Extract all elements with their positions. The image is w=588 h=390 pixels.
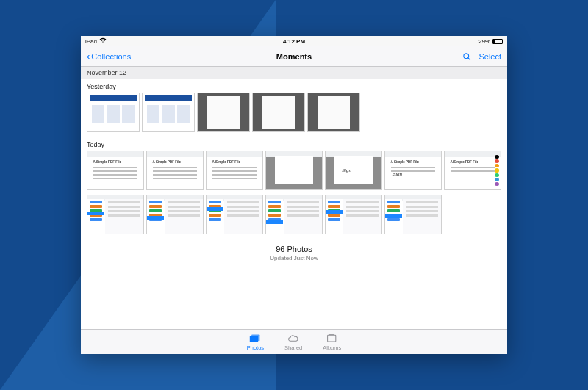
date-header: November 12 xyxy=(81,67,507,79)
tab-photos[interactable]: Photos xyxy=(247,333,264,351)
battery-icon xyxy=(492,39,503,44)
photos-icon xyxy=(249,333,261,344)
tab-label: Shared xyxy=(284,344,302,351)
content-area[interactable]: November 12 Yesterday Today A Simple PDF… xyxy=(81,67,507,329)
photo-thumb[interactable] xyxy=(206,195,263,234)
photo-thumb[interactable] xyxy=(197,93,250,132)
photo-thumb[interactable]: A Simple PDF File xyxy=(146,151,204,190)
photo-thumb[interactable]: A Simple PDF File xyxy=(444,151,501,190)
svg-line-1 xyxy=(468,57,470,59)
photo-thumb[interactable] xyxy=(325,195,382,234)
library-summary: 96 Photos Updated Just Now xyxy=(81,239,507,269)
select-button[interactable]: Select xyxy=(478,52,501,61)
photo-thumb[interactable] xyxy=(87,195,144,234)
status-time: 4:12 PM xyxy=(224,38,363,45)
cloud-icon xyxy=(287,333,299,344)
search-button[interactable] xyxy=(462,52,471,61)
back-button[interactable]: ‹ Collections xyxy=(87,51,131,61)
battery-pct: 29% xyxy=(478,38,490,45)
svg-rect-3 xyxy=(252,334,260,341)
page-title: Moments xyxy=(81,52,507,61)
photo-thumb[interactable] xyxy=(325,151,382,190)
photo-thumb[interactable] xyxy=(307,93,360,132)
tab-shared[interactable]: Shared xyxy=(284,333,302,351)
grid-today-row2 xyxy=(81,195,507,239)
back-label: Collections xyxy=(91,52,131,61)
photo-thumb[interactable]: A Simple PDF File xyxy=(384,151,442,190)
chevron-left-icon: ‹ xyxy=(87,51,90,61)
photo-thumb[interactable] xyxy=(265,195,323,234)
wifi-icon xyxy=(99,37,107,45)
tab-label: Albums xyxy=(323,344,341,351)
albums-icon xyxy=(326,333,338,344)
group-label-today: Today xyxy=(81,137,507,151)
photo-thumb[interactable]: A Simple PDF File xyxy=(87,151,144,190)
photo-count: 96 Photos xyxy=(81,245,507,253)
group-label-yesterday: Yesterday xyxy=(81,79,507,93)
svg-rect-4 xyxy=(327,335,335,342)
status-bar: iPad 4:12 PM 29% xyxy=(81,36,507,46)
photo-thumb[interactable] xyxy=(87,93,140,132)
updated-label: Updated Just Now xyxy=(81,255,507,261)
device-label: iPad xyxy=(85,38,97,45)
photo-thumb[interactable] xyxy=(384,195,442,234)
photo-thumb[interactable]: A Simple PDF File xyxy=(206,151,263,190)
grid-yesterday xyxy=(81,93,507,137)
tab-bar: Photos Shared Albums xyxy=(81,329,507,354)
grid-today-row1: A Simple PDF File A Simple PDF File A Si… xyxy=(81,151,507,195)
photo-thumb[interactable] xyxy=(252,93,305,132)
svg-rect-5 xyxy=(329,334,334,335)
nav-bar: ‹ Collections Moments Select xyxy=(81,46,507,67)
photo-thumb[interactable] xyxy=(142,93,195,132)
tab-label: Photos xyxy=(247,344,264,351)
tab-albums[interactable]: Albums xyxy=(323,333,341,351)
photo-thumb[interactable] xyxy=(265,151,323,190)
page-background: iPad 4:12 PM 29% ‹ Collections Moments xyxy=(0,0,588,390)
photo-thumb[interactable] xyxy=(146,195,204,234)
ipad-frame: iPad 4:12 PM 29% ‹ Collections Moments xyxy=(81,36,507,354)
